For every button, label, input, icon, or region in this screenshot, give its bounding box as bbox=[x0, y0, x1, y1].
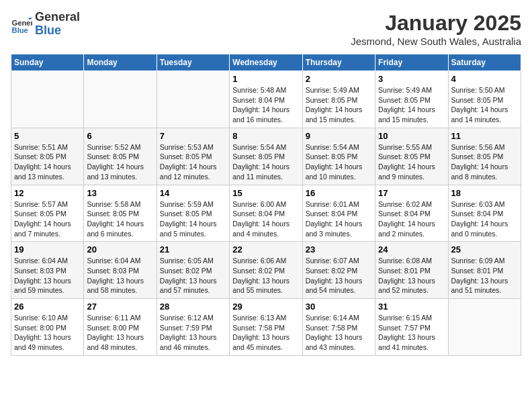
calendar-cell: 25Sunrise: 6:09 AMSunset: 8:01 PMDayligh… bbox=[448, 242, 521, 299]
calendar-cell: 19Sunrise: 6:04 AMSunset: 8:03 PMDayligh… bbox=[11, 242, 84, 299]
day-number: 22 bbox=[232, 244, 299, 255]
calendar-week-row: 1Sunrise: 5:48 AMSunset: 8:04 PMDaylight… bbox=[11, 71, 521, 128]
calendar-cell: 3Sunrise: 5:49 AMSunset: 8:05 PMDaylight… bbox=[375, 71, 448, 128]
calendar-cell: 2Sunrise: 5:49 AMSunset: 8:05 PMDaylight… bbox=[302, 71, 375, 128]
day-info: Sunrise: 6:03 AMSunset: 8:04 PMDaylight:… bbox=[451, 199, 518, 239]
day-number: 23 bbox=[306, 244, 372, 255]
calendar-cell: 6Sunrise: 5:52 AMSunset: 8:05 PMDaylight… bbox=[84, 128, 157, 185]
day-info: Sunrise: 6:04 AMSunset: 8:03 PMDaylight:… bbox=[14, 256, 81, 295]
day-info: Sunrise: 6:15 AMSunset: 7:57 PMDaylight:… bbox=[378, 313, 445, 353]
day-info: Sunrise: 6:06 AMSunset: 8:02 PMDaylight:… bbox=[232, 256, 299, 295]
calendar-cell: 28Sunrise: 6:12 AMSunset: 7:59 PMDayligh… bbox=[157, 299, 229, 356]
day-number: 7 bbox=[160, 131, 226, 141]
day-info: Sunrise: 5:57 AMSunset: 8:05 PMDaylight:… bbox=[14, 199, 81, 239]
calendar-cell bbox=[157, 71, 229, 128]
day-info: Sunrise: 6:07 AMSunset: 8:02 PMDaylight:… bbox=[306, 256, 372, 295]
day-info: Sunrise: 5:49 AMSunset: 8:05 PMDaylight:… bbox=[378, 85, 445, 125]
day-info: Sunrise: 5:56 AMSunset: 8:05 PMDaylight:… bbox=[451, 142, 518, 182]
calendar-cell: 5Sunrise: 5:51 AMSunset: 8:05 PMDaylight… bbox=[11, 128, 84, 185]
day-number: 3 bbox=[378, 74, 445, 84]
day-info: Sunrise: 6:02 AMSunset: 8:04 PMDaylight:… bbox=[378, 199, 445, 239]
weekday-header-thursday: Thursday bbox=[302, 54, 375, 71]
calendar-cell: 10Sunrise: 5:55 AMSunset: 8:05 PMDayligh… bbox=[375, 128, 448, 185]
day-number: 19 bbox=[14, 244, 81, 255]
day-number: 13 bbox=[87, 188, 153, 198]
day-number: 1 bbox=[232, 74, 299, 84]
day-info: Sunrise: 5:59 AMSunset: 8:05 PMDaylight:… bbox=[160, 199, 226, 239]
day-number: 31 bbox=[378, 302, 445, 312]
weekday-header-tuesday: Tuesday bbox=[157, 54, 229, 71]
day-info: Sunrise: 5:55 AMSunset: 8:05 PMDaylight:… bbox=[378, 142, 445, 182]
calendar-cell bbox=[11, 71, 84, 128]
calendar-cell: 8Sunrise: 5:54 AMSunset: 8:05 PMDaylight… bbox=[230, 128, 302, 185]
calendar-week-row: 5Sunrise: 5:51 AMSunset: 8:05 PMDaylight… bbox=[11, 128, 521, 185]
day-info: Sunrise: 5:48 AMSunset: 8:04 PMDaylight:… bbox=[232, 85, 299, 125]
day-number: 14 bbox=[160, 188, 226, 198]
calendar-cell bbox=[448, 299, 521, 356]
calendar-cell: 7Sunrise: 5:53 AMSunset: 8:05 PMDaylight… bbox=[157, 128, 229, 185]
calendar-week-row: 26Sunrise: 6:10 AMSunset: 8:00 PMDayligh… bbox=[11, 299, 521, 356]
day-number: 12 bbox=[14, 188, 81, 198]
day-info: Sunrise: 5:54 AMSunset: 8:05 PMDaylight:… bbox=[306, 142, 372, 182]
day-number: 16 bbox=[306, 188, 372, 198]
day-number: 5 bbox=[14, 131, 81, 141]
weekday-header-wednesday: Wednesday bbox=[230, 54, 302, 71]
day-info: Sunrise: 6:13 AMSunset: 7:58 PMDaylight:… bbox=[232, 313, 299, 353]
calendar-cell: 31Sunrise: 6:15 AMSunset: 7:57 PMDayligh… bbox=[375, 299, 448, 356]
day-info: Sunrise: 6:14 AMSunset: 7:58 PMDaylight:… bbox=[306, 313, 372, 353]
calendar-cell: 23Sunrise: 6:07 AMSunset: 8:02 PMDayligh… bbox=[302, 242, 375, 299]
day-info: Sunrise: 5:54 AMSunset: 8:05 PMDaylight:… bbox=[232, 142, 299, 182]
day-info: Sunrise: 6:08 AMSunset: 8:01 PMDaylight:… bbox=[378, 256, 445, 295]
day-number: 10 bbox=[378, 131, 445, 141]
weekday-header-row: SundayMondayTuesdayWednesdayThursdayFrid… bbox=[11, 54, 521, 71]
day-number: 15 bbox=[232, 188, 299, 198]
logo-icon: General Blue bbox=[11, 13, 32, 35]
calendar-cell: 20Sunrise: 6:04 AMSunset: 8:03 PMDayligh… bbox=[84, 242, 157, 299]
calendar-cell: 4Sunrise: 5:50 AMSunset: 8:05 PMDaylight… bbox=[448, 71, 521, 128]
day-info: Sunrise: 6:09 AMSunset: 8:01 PMDaylight:… bbox=[451, 256, 518, 295]
calendar-table: SundayMondayTuesdayWednesdayThursdayFrid… bbox=[11, 54, 521, 356]
calendar-cell: 9Sunrise: 5:54 AMSunset: 8:05 PMDaylight… bbox=[302, 128, 375, 185]
day-number: 30 bbox=[306, 302, 372, 312]
day-number: 17 bbox=[378, 188, 445, 198]
day-info: Sunrise: 6:12 AMSunset: 7:59 PMDaylight:… bbox=[160, 313, 226, 353]
calendar-cell: 27Sunrise: 6:11 AMSunset: 8:00 PMDayligh… bbox=[84, 299, 157, 356]
calendar-cell: 15Sunrise: 6:00 AMSunset: 8:04 PMDayligh… bbox=[230, 185, 302, 242]
calendar-cell: 11Sunrise: 5:56 AMSunset: 8:05 PMDayligh… bbox=[448, 128, 521, 185]
day-info: Sunrise: 5:58 AMSunset: 8:05 PMDaylight:… bbox=[87, 199, 153, 239]
weekday-header-friday: Friday bbox=[375, 54, 448, 71]
svg-text:General: General bbox=[12, 18, 32, 26]
weekday-header-saturday: Saturday bbox=[448, 54, 521, 71]
day-info: Sunrise: 6:01 AMSunset: 8:04 PMDaylight:… bbox=[306, 199, 372, 239]
day-info: Sunrise: 6:10 AMSunset: 8:00 PMDaylight:… bbox=[14, 313, 81, 353]
calendar-cell: 12Sunrise: 5:57 AMSunset: 8:05 PMDayligh… bbox=[11, 185, 84, 242]
day-info: Sunrise: 5:50 AMSunset: 8:05 PMDaylight:… bbox=[451, 85, 518, 125]
calendar-week-row: 12Sunrise: 5:57 AMSunset: 8:05 PMDayligh… bbox=[11, 185, 521, 242]
calendar-cell: 13Sunrise: 5:58 AMSunset: 8:05 PMDayligh… bbox=[84, 185, 157, 242]
day-number: 11 bbox=[451, 131, 518, 141]
day-number: 26 bbox=[14, 302, 81, 312]
title-block: January 2025 Jesmond, New South Wales, A… bbox=[351, 11, 521, 47]
day-info: Sunrise: 6:04 AMSunset: 8:03 PMDaylight:… bbox=[87, 256, 153, 295]
calendar-cell: 24Sunrise: 6:08 AMSunset: 8:01 PMDayligh… bbox=[375, 242, 448, 299]
svg-text:Blue: Blue bbox=[12, 26, 28, 34]
day-number: 9 bbox=[306, 131, 372, 141]
weekday-header-sunday: Sunday bbox=[11, 54, 84, 71]
calendar-cell: 29Sunrise: 6:13 AMSunset: 7:58 PMDayligh… bbox=[230, 299, 302, 356]
day-number: 29 bbox=[232, 302, 299, 312]
day-info: Sunrise: 6:00 AMSunset: 8:04 PMDaylight:… bbox=[232, 199, 299, 239]
calendar-cell: 22Sunrise: 6:06 AMSunset: 8:02 PMDayligh… bbox=[230, 242, 302, 299]
page-header: General Blue General Blue January 2025 J… bbox=[11, 11, 521, 47]
day-info: Sunrise: 5:53 AMSunset: 8:05 PMDaylight:… bbox=[160, 142, 226, 182]
calendar-cell: 21Sunrise: 6:05 AMSunset: 8:02 PMDayligh… bbox=[157, 242, 229, 299]
month-title: January 2025 bbox=[351, 11, 521, 36]
day-info: Sunrise: 5:49 AMSunset: 8:05 PMDaylight:… bbox=[306, 85, 372, 125]
logo: General Blue General Blue bbox=[11, 11, 80, 38]
calendar-cell: 18Sunrise: 6:03 AMSunset: 8:04 PMDayligh… bbox=[448, 185, 521, 242]
calendar-cell bbox=[84, 71, 157, 128]
calendar-cell: 26Sunrise: 6:10 AMSunset: 8:00 PMDayligh… bbox=[11, 299, 84, 356]
day-info: Sunrise: 6:11 AMSunset: 8:00 PMDaylight:… bbox=[87, 313, 153, 353]
day-info: Sunrise: 6:05 AMSunset: 8:02 PMDaylight:… bbox=[160, 256, 226, 295]
calendar-cell: 16Sunrise: 6:01 AMSunset: 8:04 PMDayligh… bbox=[302, 185, 375, 242]
calendar-cell: 17Sunrise: 6:02 AMSunset: 8:04 PMDayligh… bbox=[375, 185, 448, 242]
